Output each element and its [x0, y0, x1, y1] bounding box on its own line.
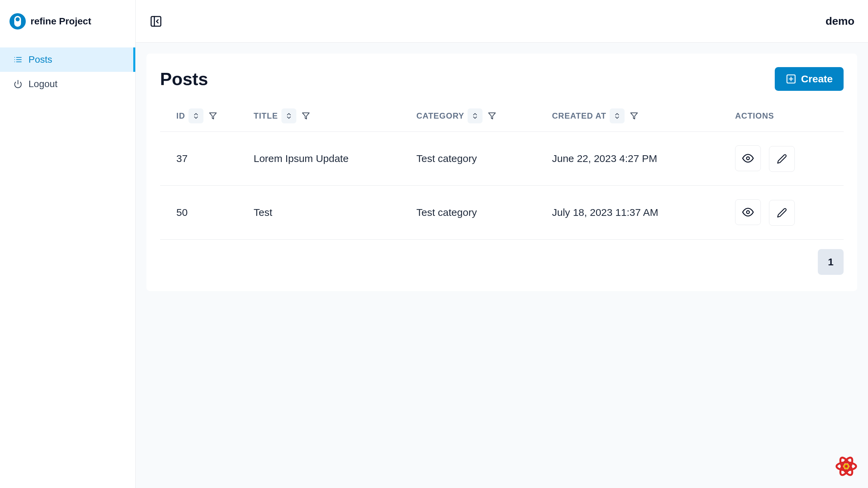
eye-icon: [742, 152, 754, 164]
column-label: ID: [176, 111, 185, 121]
main: demo Posts Create ID: [136, 0, 868, 488]
collapse-sidebar-button[interactable]: [149, 15, 163, 28]
react-query-icon: [834, 454, 859, 479]
chevrons-up-down-icon: [613, 112, 621, 120]
create-button-label: Create: [801, 73, 833, 85]
list-icon: [14, 55, 22, 64]
cell-actions: [730, 186, 844, 240]
power-icon: [14, 80, 22, 88]
svg-marker-15: [631, 113, 637, 119]
chevrons-up-down-icon: [471, 112, 479, 120]
table-row: 37 Lorem Ipsum Update Test category June…: [160, 132, 844, 186]
column-label: CREATED AT: [552, 111, 606, 121]
topbar: demo: [136, 0, 868, 43]
filter-button-title[interactable]: [300, 110, 312, 122]
create-button[interactable]: Create: [775, 67, 844, 91]
sidebar-header: refine Project: [0, 0, 135, 43]
sidebar-item-logout[interactable]: Logout: [0, 72, 135, 96]
page-button-1[interactable]: 1: [818, 249, 844, 275]
filter-button-id[interactable]: [207, 110, 219, 122]
card-header: Posts Create: [160, 67, 844, 91]
cell-category: Test category: [411, 132, 547, 186]
svg-point-17: [747, 211, 750, 214]
table-header-row: ID: [160, 102, 844, 132]
cell-id: 37: [160, 132, 248, 186]
cell-created-at: July 18, 2023 11:37 AM: [547, 186, 730, 240]
filter-icon: [302, 112, 310, 120]
cell-category: Test category: [411, 186, 547, 240]
column-header-title: TITLE: [248, 102, 411, 132]
filter-button-created-at[interactable]: [628, 110, 640, 122]
chevrons-up-down-icon: [285, 112, 293, 120]
column-header-id: ID: [160, 102, 248, 132]
chevrons-up-down-icon: [192, 112, 200, 120]
svg-marker-12: [210, 113, 216, 119]
sort-button-id[interactable]: [189, 108, 203, 123]
table-row: 50 Test Test category July 18, 2023 11:3…: [160, 186, 844, 240]
svg-marker-14: [489, 113, 495, 119]
cell-title: Lorem Ipsum Update: [248, 132, 411, 186]
project-title: refine Project: [31, 16, 91, 27]
column-header-actions: ACTIONS: [730, 102, 844, 132]
eye-icon: [742, 206, 754, 218]
filter-button-category[interactable]: [486, 110, 498, 122]
posts-table: ID: [160, 102, 844, 240]
filter-icon: [209, 112, 217, 120]
cell-created-at: June 22, 2023 4:27 PM: [547, 132, 730, 186]
current-user: demo: [826, 15, 854, 27]
column-header-category: CATEGORY: [411, 102, 547, 132]
cell-actions: [730, 132, 844, 186]
pencil-icon: [777, 208, 787, 218]
column-header-created-at: CREATED AT: [547, 102, 730, 132]
content: Posts Create ID: [136, 43, 868, 488]
cell-title: Test: [248, 186, 411, 240]
filter-icon: [630, 112, 638, 120]
svg-marker-13: [302, 113, 309, 119]
cell-id: 50: [160, 186, 248, 240]
sidebar-item-label: Posts: [28, 54, 52, 65]
column-label: CATEGORY: [416, 111, 464, 121]
view-button[interactable]: [735, 145, 761, 171]
sort-button-category[interactable]: [468, 108, 482, 123]
edit-button[interactable]: [769, 146, 795, 172]
posts-card: Posts Create ID: [146, 54, 857, 291]
svg-point-22: [845, 465, 848, 468]
svg-point-16: [747, 157, 750, 160]
column-label: TITLE: [254, 111, 278, 121]
react-query-devtools-button[interactable]: [834, 454, 859, 479]
pagination: 1: [160, 249, 844, 275]
plus-square-icon: [786, 74, 796, 84]
brand-logo: [9, 13, 26, 29]
sort-button-created-at[interactable]: [610, 108, 625, 123]
filter-icon: [488, 112, 496, 120]
view-button[interactable]: [735, 199, 761, 225]
sidebar: refine Project Posts Logout: [0, 0, 136, 488]
sidebar-item-label: Logout: [28, 79, 58, 89]
sort-button-title[interactable]: [281, 108, 296, 123]
pencil-icon: [777, 154, 787, 164]
sidebar-item-posts[interactable]: Posts: [0, 47, 135, 72]
page-title: Posts: [160, 69, 208, 89]
edit-button[interactable]: [769, 200, 795, 226]
sidebar-nav: Posts Logout: [0, 43, 135, 96]
panel-left-close-icon: [150, 15, 162, 28]
column-label: ACTIONS: [735, 111, 774, 120]
